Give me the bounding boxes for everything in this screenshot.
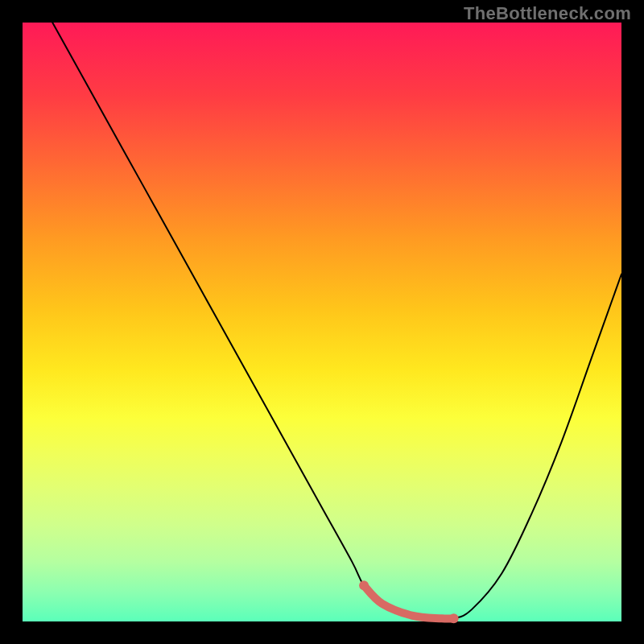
optimal-range-highlight [364,585,454,618]
optimal-end-dot [449,613,459,623]
chart-frame: TheBottleneck.com [0,0,644,644]
bottleneck-curve [52,23,621,619]
plot-area [23,23,621,621]
optimal-start-dot [359,580,369,590]
watermark-text: TheBottleneck.com [464,3,631,24]
curve-svg [23,23,621,621]
